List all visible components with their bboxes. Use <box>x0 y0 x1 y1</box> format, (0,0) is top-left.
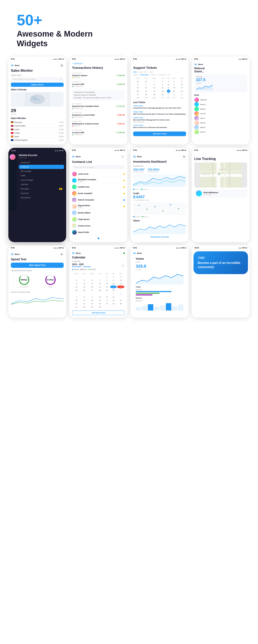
referral-avatar <box>194 111 199 116</box>
contacts-search[interactable]: People, group & messages <box>72 165 125 169</box>
contact-status-dot <box>123 199 125 201</box>
transaction-row: 05 JUN 2019 Payment from Jonathan Reed +… <box>72 102 125 110</box>
contact-avatar <box>72 172 77 176</box>
traffic-bar-blue <box>136 291 172 292</box>
contact-status-dot <box>123 173 125 175</box>
apply-actions-button[interactable]: Apply actions <box>11 82 64 87</box>
referral-row: Mike R. <box>194 107 247 111</box>
bounce-chart <box>136 302 183 310</box>
status-bar-tx: 9:41 ▲▲▲ WiFi ■ <box>70 57 127 61</box>
hamburger-icon-contacts[interactable] <box>72 156 75 158</box>
year-navigation: 2019 – 2020 November – January › <box>72 263 125 268</box>
svg-text:Columbus Ave: Columbus Ave <box>202 174 210 175</box>
sidebar-menu-item[interactable]: Dashboard <box>19 160 64 164</box>
hamburger-icon-inv[interactable] <box>133 156 136 158</box>
start-speed-button[interactable]: Start Speed Test <box>11 262 64 268</box>
sidebar-menu-item[interactable]: Payments <box>19 191 64 195</box>
calendar-nav-icon[interactable]: › <box>121 264 125 268</box>
referral-title: ReferralDashl... <box>194 67 247 73</box>
investments-title: Investments Dashboard <box>133 160 186 163</box>
tracking-map: Commerce Way Columbus Ave <box>194 162 247 188</box>
referral-row: Lisa P. <box>194 116 247 120</box>
download-gauge: 89Mbps Download <box>19 274 29 288</box>
add-contact-icon[interactable]: + <box>121 154 125 159</box>
sales-monitor-content: Sales Monitor Select report Select regio… <box>11 69 64 142</box>
contact-avatar <box>72 230 77 234</box>
community-text: Become a part of an incredible community… <box>198 261 244 269</box>
back-link[interactable]: ‹ Dashboard <box>72 62 125 64</box>
hamburger-icon-speed[interactable] <box>11 254 14 255</box>
sidebar-role: Dashboard <box>19 157 64 159</box>
leads-date: 27 SEPTEMBER 2018 <box>133 199 186 201</box>
driver-info-card: Ruth Williamson 46 42 km/h <box>194 189 247 198</box>
contact-row: Joshua Gross <box>72 223 125 229</box>
sales-monitor-widget: 9:41 ▲▲▲ WiFi ■ Menu ⊕ Sales Monitor <box>8 57 66 144</box>
referral-row: Tom W. <box>194 111 247 116</box>
support-tickets-widget: 9:41 ▲▲▲ WiFi ■ ‹ Support Tickets 2019 2… <box>131 57 188 144</box>
add-event-button[interactable]: Add New Event <box>72 310 125 315</box>
hamburger-icon-visitor[interactable] <box>133 252 136 254</box>
referral-avatar <box>194 120 199 125</box>
hamburger-icon-ref[interactable] <box>194 64 197 66</box>
europe-map <box>11 92 64 107</box>
status-bar-cal: 9:41 ▲▲▲ WiFi ■ <box>70 246 127 250</box>
support-title: Support Tickets <box>133 66 186 70</box>
contacts-pagination <box>72 236 125 240</box>
select-label: Select report <box>11 74 64 76</box>
sidebar-menu: Mathilda Reynolds Dashboard DashboardTra… <box>17 152 66 211</box>
contact-status-dot <box>123 193 125 194</box>
upload-gauge: 64 Mbps Upload <box>45 274 56 288</box>
sidebar-menu-item[interactable]: Calendar <box>19 182 64 186</box>
back-link-tracking[interactable]: ‹ <box>194 154 247 156</box>
menu-bar-contacts: Menu + <box>72 154 125 160</box>
referral-avatar <box>194 98 199 102</box>
leads-number: 8.6407 <box>133 195 186 199</box>
sidebar-menu-item[interactable]: File manager <box>19 169 64 173</box>
tickets-list: TICKET #6041 Unmatched Toner Cartridge Q… <box>133 104 186 130</box>
contact-row: Isabelle Soto <box>72 184 125 190</box>
add-ticket-button[interactable]: Add New Ticket <box>133 132 186 136</box>
payment-chart <box>196 84 213 90</box>
contact-status-dot <box>123 180 125 181</box>
contact-avatar <box>72 210 77 215</box>
sidebar-menu-item[interactable]: Users manager <box>19 178 64 182</box>
leads-title: Leads <box>133 192 186 194</box>
sidebar-widget: 19:41 ▲▲ WiFi ■ Mathilda Reynolds Dashbo… <box>8 148 66 242</box>
menu-bar-inv: Menu ⊕ <box>133 154 186 160</box>
providers-chart <box>11 294 64 305</box>
menu-bar-referral: Menu <box>194 62 247 67</box>
sidebar-menu-item[interactable]: Messages19 <box>19 187 64 191</box>
settings-inv-icon[interactable]: ⊕ <box>182 154 186 159</box>
contact-avatar <box>72 217 77 222</box>
hamburger-icon[interactable] <box>11 64 14 66</box>
back-link-support[interactable]: ‹ <box>133 62 186 64</box>
transaction-row: 16 JAN 2019 Account refill + $ 838.63 CO… <box>72 80 125 89</box>
community-card: < HIX Become a part of an incredible com… <box>193 251 248 274</box>
settings-icon[interactable]: ⊕ <box>59 63 64 68</box>
settings-speed-icon[interactable]: ⊕ <box>59 252 64 256</box>
transactions-list: 11 NOV 2019 Payment request + $ 598.98 P… <box>72 71 125 137</box>
status-bar-referral: 9:41 ▲▲ WiFi ■ <box>192 57 250 61</box>
contact-row: Elizabeth Fernandez Typing... <box>72 177 125 184</box>
sidebar-menu-items: DashboardTradeviewFile managerTrafficUse… <box>19 160 64 200</box>
contact-avatar <box>72 178 77 183</box>
hero-number: 50+ <box>17 12 241 28</box>
sidebar-menu-item[interactable]: Day planner <box>19 196 64 200</box>
sidebar-menu-item[interactable]: Tradeview <box>19 165 64 169</box>
sidebar-menu-item[interactable]: Traffic <box>19 174 64 178</box>
hosts-label: Hosts <box>136 261 183 263</box>
country-row: United Kingdom 13.2K <box>11 138 64 142</box>
community-column: 19:41 ▲▲ WiFi ■ < HIX Become a part of a… <box>192 246 250 318</box>
calendar-months: August September October November Dec <box>133 74 186 76</box>
region-select[interactable]: Select region or report type ▾ <box>11 77 64 81</box>
speed-gauges: 89Mbps Download 64 Mbps Upload <box>11 273 64 290</box>
referral-row: Sarah M. <box>194 98 247 102</box>
status-bar-visitor: 9:41 ▲▲▲ WiFi ■ <box>131 246 188 250</box>
leads-section: Leads 8.6407 27 SEPTEMBER 2018 FUNDS SAL… <box>133 190 186 218</box>
hero-subtitle: Awesome & Modern Widgets <box>17 29 241 48</box>
sales-count: 29 <box>11 108 64 113</box>
hamburger-icon-cal[interactable] <box>72 252 75 254</box>
investment-overview-link[interactable]: Investment overview <box>133 234 186 238</box>
visitor-number: 328.8 <box>136 264 183 269</box>
country-row: Spain 13.4K <box>11 135 64 138</box>
